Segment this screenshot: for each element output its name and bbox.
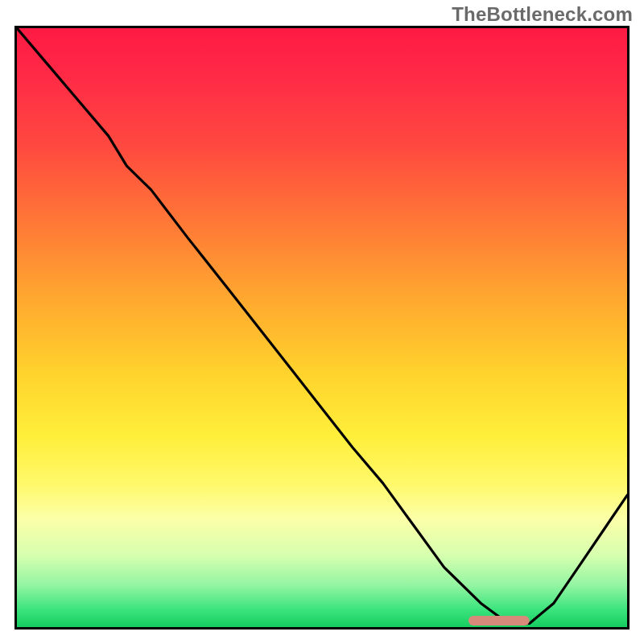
optimal-zone-marker [469,616,530,625]
plot-frame [14,26,630,630]
watermark-text: TheBottleneck.com [452,3,633,26]
curve-layer [17,28,627,627]
chart-container: TheBottleneck.com [0,0,644,644]
bottleneck-curve [17,28,627,624]
